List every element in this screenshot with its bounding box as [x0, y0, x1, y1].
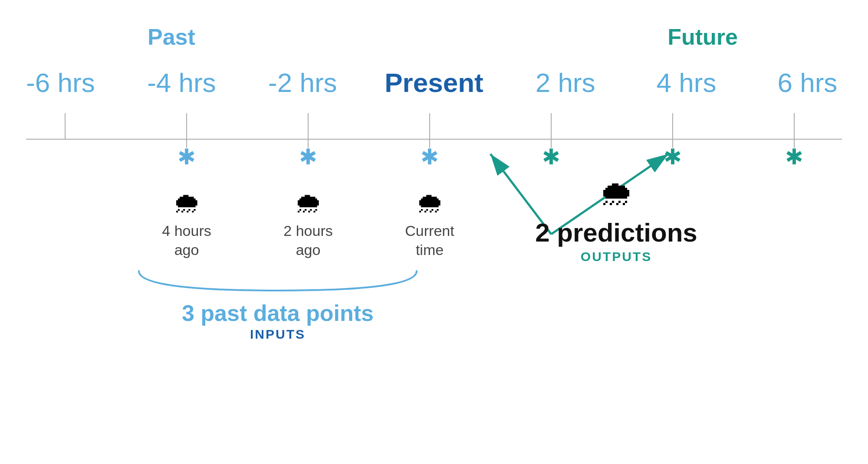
data-label-zero: Currenttime	[405, 221, 454, 259]
bracket-svg	[130, 269, 425, 295]
vert-plus6	[794, 113, 795, 148]
star-minus2: ✱	[299, 146, 317, 168]
time-labels-row: -6 hrs -4 hrs -2 hrs Present 2 hrs 4 hrs…	[0, 67, 868, 98]
data-label-minus4: 4 hoursago	[162, 221, 211, 259]
output-cloud-icon: 🌧	[508, 173, 725, 213]
time-label-plus4: 4 hrs	[648, 67, 726, 98]
vert-zero	[429, 113, 430, 148]
inputs-label-sub: INPUTS	[130, 327, 425, 342]
time-label-minus4: -4 hrs	[142, 67, 220, 98]
output-label-main: 2 predictions	[508, 218, 725, 248]
future-label: Future	[667, 24, 738, 50]
output-section: 🌧 2 predictions OUTPUTS	[508, 173, 725, 264]
cloud-zero: 🌧	[416, 186, 444, 219]
cloud-minus4: 🌧	[173, 186, 201, 219]
output-label-sub: OUTPUTS	[508, 249, 725, 264]
past-label: Past	[148, 24, 195, 50]
star-plus6: ✱	[785, 146, 803, 168]
time-label-minus6: -6 hrs	[21, 67, 99, 98]
time-label-minus2: -2 hrs	[263, 67, 342, 98]
vert-minus6	[65, 113, 66, 139]
diagram-container: Past Future -6 hrs -4 hrs -2 hrs Present…	[0, 0, 868, 464]
vert-minus2	[308, 113, 309, 148]
star-minus4: ✱	[178, 146, 196, 168]
star-zero: ✱	[421, 146, 439, 168]
time-label-plus6: 6 hrs	[768, 67, 846, 98]
time-label-plus2: 2 hrs	[526, 67, 605, 98]
cloud-minus2: 🌧	[294, 186, 322, 219]
vert-minus4	[186, 113, 187, 148]
inputs-label-main: 3 past data points	[130, 300, 425, 326]
bracket-area: 3 past data points INPUTS	[130, 269, 425, 342]
time-label-present: Present	[385, 67, 483, 98]
data-label-minus2: 2 hoursago	[283, 221, 332, 259]
